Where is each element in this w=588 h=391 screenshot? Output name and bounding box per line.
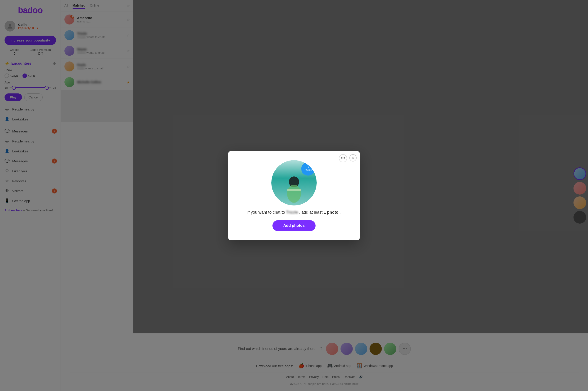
modal-profile-image: 3 Photos <box>271 160 317 205</box>
photos-badge: 3 Photos <box>301 162 315 176</box>
photos-count: 3 <box>307 166 309 169</box>
svg-point-2 <box>287 185 301 203</box>
close-icon: × <box>352 156 354 160</box>
photos-label: Photos <box>304 169 311 171</box>
modal-message-part4: . <box>340 210 341 214</box>
modal: ••• × 3 Photos If you want to chat to T <box>228 151 360 240</box>
modal-message-part2: , add at least <box>299 210 323 214</box>
modal-message-part1: If you want to chat to <box>247 210 285 214</box>
modal-close-button[interactable]: × <box>349 154 357 162</box>
modal-person-name: Trizzle <box>286 210 298 215</box>
modal-message: If you want to chat to Trizzle , add at … <box>247 210 341 215</box>
svg-rect-3 <box>287 189 301 191</box>
modal-message-part3: 1 photo <box>324 210 338 214</box>
more-dots-icon: ••• <box>341 156 345 161</box>
modal-overlay[interactable]: ••• × 3 Photos If you want to chat to T <box>0 0 588 391</box>
modal-more-button[interactable]: ••• <box>339 154 347 162</box>
add-photos-button[interactable]: Add photos <box>273 220 315 231</box>
